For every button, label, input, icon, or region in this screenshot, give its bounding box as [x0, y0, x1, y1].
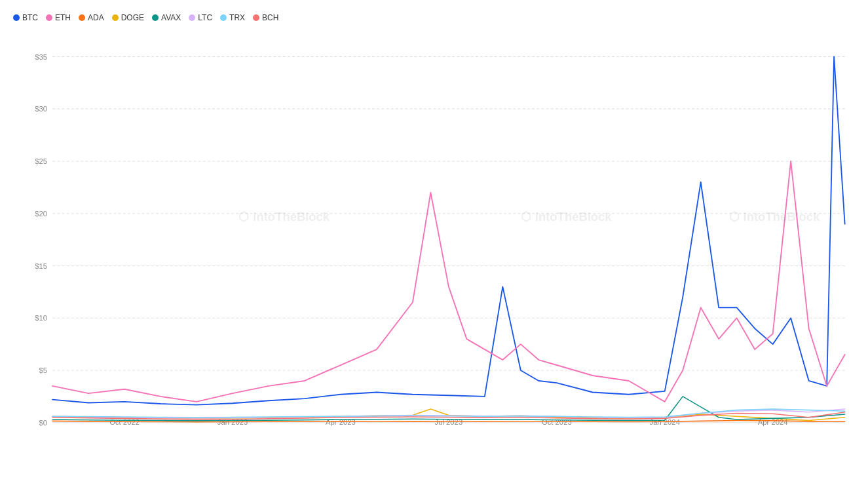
legend-label-ltc: LTC: [198, 13, 212, 22]
legend-dot-avax: [152, 14, 159, 21]
legend-dot-eth: [46, 14, 52, 21]
legend-dot-bch: [253, 14, 259, 21]
legend-item-ltc[interactable]: LTC: [189, 13, 212, 22]
svg-text:$10: $10: [35, 314, 47, 322]
chart-svg: $5$10$15$20$25$30$35$0Oct 2022Jan 2023Ap…: [49, 29, 855, 426]
legend-item-doge[interactable]: DOGE: [112, 13, 144, 22]
legend-label-trx: TRX: [229, 13, 245, 22]
legend-label-btc: BTC: [22, 13, 38, 22]
svg-text:$20: $20: [35, 210, 47, 218]
legend-item-bch[interactable]: BCH: [253, 13, 278, 22]
legend-label-bch: BCH: [262, 13, 278, 22]
svg-text:$5: $5: [39, 366, 47, 374]
legend-label-eth: ETH: [55, 13, 71, 22]
legend-item-ada[interactable]: ADA: [79, 13, 104, 22]
legend-dot-trx: [220, 14, 227, 21]
chart-container: BTCETHADADOGEAVAXLTCTRXBCH $5$10$15$20$2…: [0, 0, 868, 487]
svg-text:⬡ IntoTheBlock: ⬡ IntoTheBlock: [238, 209, 330, 223]
svg-text:$30: $30: [35, 105, 47, 113]
svg-text:⬡ IntoTheBlock: ⬡ IntoTheBlock: [729, 209, 820, 223]
legend-item-btc[interactable]: BTC: [13, 13, 38, 22]
legend-dot-doge: [112, 14, 119, 21]
legend-label-ada: ADA: [88, 13, 104, 22]
legend-item-trx[interactable]: TRX: [220, 13, 245, 22]
legend: BTCETHADADOGEAVAXLTCTRXBCH: [13, 13, 855, 22]
legend-dot-ada: [79, 14, 85, 21]
svg-text:⬡ IntoTheBlock: ⬡ IntoTheBlock: [521, 209, 612, 223]
svg-text:$0: $0: [39, 419, 47, 427]
svg-text:$15: $15: [35, 262, 47, 270]
legend-label-avax: AVAX: [161, 13, 181, 22]
legend-item-avax[interactable]: AVAX: [152, 13, 181, 22]
svg-text:$35: $35: [35, 52, 47, 60]
legend-item-eth[interactable]: ETH: [46, 13, 71, 22]
legend-dot-btc: [13, 14, 20, 21]
legend-dot-ltc: [189, 14, 195, 21]
legend-label-doge: DOGE: [121, 13, 144, 22]
svg-text:$25: $25: [35, 157, 47, 165]
